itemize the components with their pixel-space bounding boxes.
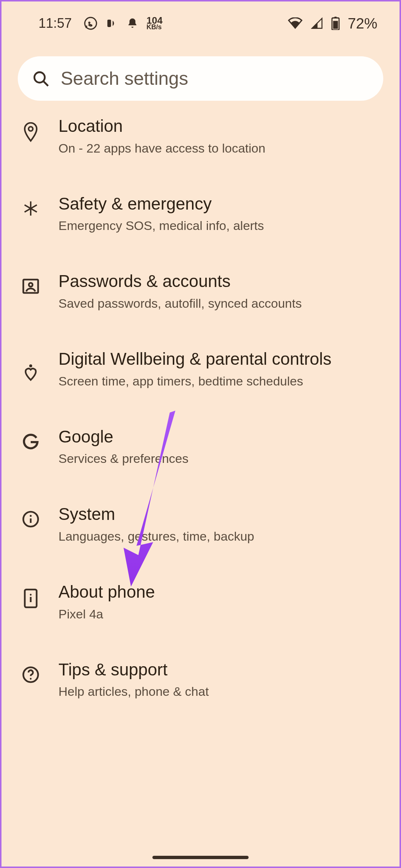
bell-icon <box>127 17 138 29</box>
item-title: Passwords & accounts <box>58 271 387 292</box>
wifi-icon <box>288 17 303 29</box>
item-subtitle: Emergency SOS, medical info, alerts <box>58 217 387 234</box>
phone-info-icon <box>23 588 38 609</box>
svg-point-7 <box>28 127 33 131</box>
status-left: 11:57 104 KB/s <box>38 16 162 31</box>
nav-indicator <box>152 856 249 859</box>
help-icon <box>22 666 40 684</box>
battery-percent: 72% <box>348 15 377 32</box>
item-subtitle: Saved passwords, autofill, synced accoun… <box>58 295 387 311</box>
network-speed-unit: KB/s <box>146 24 162 30</box>
svg-point-18 <box>30 678 32 680</box>
settings-item-safety[interactable]: Safety & emergency Emergency SOS, medica… <box>10 175 391 253</box>
item-title: About phone <box>58 581 387 603</box>
status-right: 72% <box>288 15 377 32</box>
google-icon <box>22 433 39 450</box>
item-subtitle: Services & preferences <box>58 450 387 467</box>
settings-list: Location On - 22 apps have access to loc… <box>1 101 400 718</box>
item-subtitle: Pixel 4a <box>58 606 387 622</box>
settings-item-location[interactable]: Location On - 22 apps have access to loc… <box>10 101 391 175</box>
item-title: Safety & emergency <box>58 193 387 215</box>
settings-item-google[interactable]: Google Services & preferences <box>10 408 391 485</box>
whatsapp-icon <box>84 16 98 30</box>
settings-item-about[interactable]: About phone Pixel 4a <box>10 563 391 641</box>
item-title: Digital Wellbeing & parental controls <box>58 348 387 370</box>
item-subtitle: On - 22 apps have access to location <box>58 140 387 156</box>
search-placeholder: Search settings <box>61 68 188 89</box>
battery-icon <box>331 17 340 30</box>
status-time: 11:57 <box>38 16 72 31</box>
item-subtitle: Help articles, phone & chat <box>58 683 387 700</box>
svg-rect-1 <box>107 20 111 27</box>
item-title: Location <box>58 116 387 137</box>
settings-item-passwords[interactable]: Passwords & accounts Saved passwords, au… <box>10 252 391 330</box>
status-bar: 11:57 104 KB/s <box>1 1 400 39</box>
item-subtitle: Languages, gestures, time, backup <box>58 528 387 544</box>
svg-line-6 <box>44 81 48 86</box>
asterisk-icon <box>22 200 39 217</box>
headphones-icon <box>106 17 118 30</box>
settings-item-tips[interactable]: Tips & support Help articles, phone & ch… <box>10 641 391 718</box>
svg-rect-4 <box>334 17 337 19</box>
search-settings-bar[interactable]: Search settings <box>18 56 383 101</box>
network-speed: 104 KB/s <box>146 17 162 30</box>
svg-point-9 <box>29 283 33 287</box>
svg-point-12 <box>30 515 31 517</box>
info-icon <box>22 510 40 528</box>
item-title: Tips & support <box>58 659 387 681</box>
account-box-icon <box>22 277 40 295</box>
svg-point-10 <box>29 364 32 367</box>
search-icon <box>32 70 50 87</box>
settings-item-system[interactable]: System Languages, gestures, time, backup <box>10 485 391 563</box>
cellular-icon <box>311 17 323 29</box>
svg-point-5 <box>34 72 45 83</box>
svg-point-15 <box>30 594 32 596</box>
location-icon <box>23 122 39 142</box>
item-title: System <box>58 504 387 525</box>
wellbeing-icon <box>23 363 38 383</box>
item-title: Google <box>58 426 387 448</box>
item-subtitle: Screen time, app timers, bedtime schedul… <box>58 373 387 389</box>
settings-item-wellbeing[interactable]: Digital Wellbeing & parental controls Sc… <box>10 330 391 408</box>
svg-rect-3 <box>333 21 338 29</box>
